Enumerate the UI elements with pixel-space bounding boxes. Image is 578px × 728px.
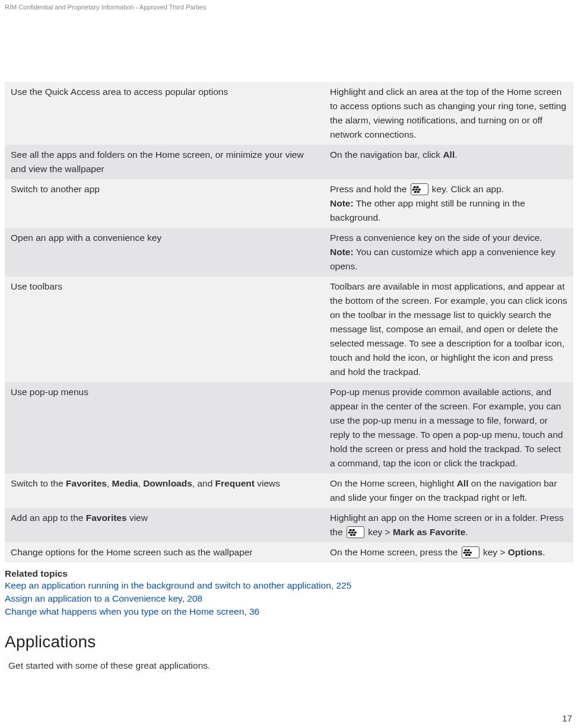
table-row: Switch to another appPress and hold the …: [5, 179, 573, 228]
svg-rect-13: [354, 532, 357, 533]
svg-rect-7: [417, 191, 420, 193]
table-row: Change options for the Home screen such …: [5, 542, 573, 562]
svg-rect-12: [351, 532, 354, 533]
table-row: Open an app with a convenience keyPress …: [5, 228, 573, 276]
section-heading-applications: Applications: [5, 632, 573, 651]
table-cell-description: Pop-up menus provide common available ac…: [324, 382, 573, 473]
table-row: Use pop-up menusPop-up menus provide com…: [5, 382, 573, 473]
table-cell-description: Press and hold the key. Click an app.Not…: [324, 179, 573, 228]
table-cell-description: Press a convenience key on the side of y…: [324, 228, 573, 276]
blackberry-key-icon: [462, 546, 479, 558]
table-cell-task: Change options for the Home screen such …: [5, 542, 324, 562]
blackberry-key-icon: [347, 526, 364, 538]
svg-rect-17: [464, 549, 467, 551]
table-cell-task: Add an app to the Favorites view: [5, 508, 324, 542]
table-row: Use the Quick Access area to access popu…: [5, 82, 573, 145]
svg-rect-14: [350, 534, 352, 536]
table-cell-description: Highlight and click an area at the top o…: [324, 82, 573, 145]
svg-rect-21: [469, 552, 472, 554]
svg-rect-15: [352, 534, 355, 536]
svg-rect-1: [413, 186, 416, 188]
table-cell-description: On the Home screen, press the key > Opti…: [324, 542, 573, 562]
help-table: Use the Quick Access area to access popu…: [5, 82, 573, 562]
svg-rect-19: [463, 552, 466, 554]
svg-rect-2: [416, 186, 419, 188]
related-topic-link[interactable]: Change what happens when you type on the…: [5, 605, 573, 618]
svg-rect-5: [418, 189, 421, 190]
table-row: Switch to the Favorites, Media, Download…: [5, 473, 573, 508]
table-cell-task: Use the Quick Access area to access popu…: [5, 82, 324, 145]
table-cell-task: See all the apps and folders on the Home…: [5, 145, 324, 179]
table-cell-task: Use pop-up menus: [5, 382, 324, 473]
table-row: Use toolbarsToolbars are available in mo…: [5, 276, 573, 382]
svg-rect-23: [468, 554, 471, 556]
svg-rect-6: [414, 191, 417, 193]
table-cell-task: Use toolbars: [5, 276, 324, 382]
blackberry-key-icon: [411, 183, 428, 195]
confidential-header: RIM Confidential and Proprietary Informa…: [5, 4, 573, 11]
related-topic-link[interactable]: Assign an application to a Convenience k…: [5, 592, 573, 605]
related-topics-heading: Related topics: [5, 568, 573, 579]
table-cell-task: Open an app with a convenience key: [5, 228, 324, 276]
svg-rect-4: [415, 189, 418, 190]
table-cell-task: Switch to the Favorites, Media, Download…: [5, 473, 324, 508]
table-cell-description: Toolbars are available in most applicati…: [324, 276, 573, 382]
svg-rect-18: [467, 549, 470, 551]
table-row: Add an app to the Favorites viewHighligh…: [5, 508, 573, 542]
svg-rect-9: [349, 529, 352, 531]
svg-rect-11: [348, 532, 351, 533]
related-topic-link[interactable]: Keep an application running in the backg…: [5, 579, 573, 592]
table-row: See all the apps and folders on the Home…: [5, 145, 573, 179]
table-cell-description: On the navigation bar, click All.: [324, 145, 573, 179]
svg-rect-20: [466, 552, 469, 554]
svg-rect-10: [352, 529, 355, 531]
svg-rect-3: [412, 189, 415, 190]
page-number: 17: [562, 713, 572, 723]
table-cell-description: On the Home screen, highlight All on the…: [324, 473, 573, 508]
svg-rect-22: [465, 554, 468, 556]
section-body: Get started with some of these great app…: [8, 659, 573, 672]
table-cell-description: Highlight an app on the Home screen or i…: [324, 508, 573, 542]
table-cell-task: Switch to another app: [5, 179, 324, 228]
